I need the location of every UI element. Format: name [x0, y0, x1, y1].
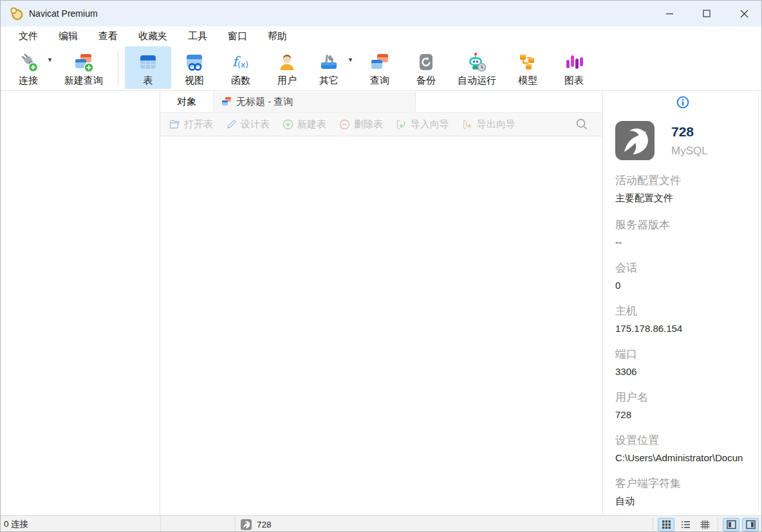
connection-summary: 728 MySQL	[615, 121, 762, 160]
status-separator	[653, 518, 653, 530]
maximize-button[interactable]	[688, 1, 725, 26]
model-button[interactable]: 模型	[505, 46, 551, 89]
export-wizard-label: 导出向导	[477, 118, 516, 131]
object-list-area[interactable]	[160, 136, 602, 515]
menu-favorites[interactable]: 收藏夹	[128, 28, 178, 45]
tab-untitled-query-label: 无标题 - 查询	[236, 96, 293, 108]
right-panel-divider	[758, 93, 759, 510]
main-pane: 对象 无标题 - 查询	[160, 91, 602, 515]
delete-table-label: 删除表	[354, 118, 383, 131]
others-dropdown-caret[interactable]: ▼	[348, 53, 357, 66]
window-title: Navicat Premium	[29, 8, 98, 19]
view-toggles	[649, 516, 762, 532]
detail-port: 端口 3306	[615, 347, 762, 377]
detail-value: 175.178.86.154	[615, 323, 762, 334]
menu-window[interactable]: 窗口	[218, 28, 257, 45]
tab-untitled-query[interactable]: 无标题 - 查询	[213, 91, 416, 112]
design-table-button[interactable]: 设计表	[226, 118, 270, 131]
automation-icon	[467, 52, 487, 73]
automation-button[interactable]: 自动运行	[449, 46, 505, 89]
panel-left-icon	[727, 520, 736, 529]
others-button[interactable]: 其它	[310, 46, 348, 89]
automation-label: 自动运行	[458, 75, 496, 87]
functions-button[interactable]: f (x) 函数	[218, 46, 264, 89]
others-icon	[319, 52, 339, 73]
detail-settings-location: 设置位置 C:\Users\Administrator\Docun	[615, 433, 762, 463]
menu-tools[interactable]: 工具	[178, 28, 218, 45]
connections-sidebar[interactable]	[1, 91, 160, 515]
list-view-icon	[681, 520, 691, 529]
views-button[interactable]: 视图	[171, 46, 218, 89]
connection-button[interactable]: 连接	[10, 46, 47, 89]
backup-button[interactable]: 备份	[403, 46, 449, 89]
tab-objects[interactable]: 对象	[160, 91, 213, 112]
work-area: 对象 无标题 - 查询	[1, 91, 762, 515]
function-icon: f (x)	[230, 52, 251, 73]
toggle-right-panel-button[interactable]	[742, 518, 759, 531]
search-icon[interactable]	[575, 118, 588, 131]
menu-view[interactable]: 查看	[88, 28, 128, 45]
new-table-label: 新建表	[297, 118, 326, 131]
open-table-label: 打开表	[184, 118, 213, 131]
detail-username: 用户名 728	[615, 390, 762, 420]
info-icon[interactable]	[676, 96, 689, 109]
delete-table-icon	[339, 119, 350, 130]
status-bar: 0 连接 728	[1, 515, 762, 532]
menu-edit[interactable]: 编辑	[48, 28, 88, 45]
menu-help[interactable]: 帮助	[257, 28, 297, 45]
users-button[interactable]: 用户	[264, 46, 310, 89]
main-toolbar: 连接 ▼ 新建查询	[1, 46, 762, 91]
connection-dropdown-caret[interactable]: ▼	[47, 53, 56, 66]
tools-group: 查询 备份	[357, 46, 597, 90]
list-view-button[interactable]	[677, 518, 694, 531]
functions-label: 函数	[231, 75, 250, 87]
object-type-group: 表 视图 f (x) 函数	[125, 46, 348, 90]
toolbar-separator	[118, 51, 118, 85]
mysql-logo-icon	[615, 121, 655, 160]
import-wizard-icon	[396, 119, 407, 130]
info-panel: 728 MySQL 活动配置文件 主要配置文件 服务器版本 -- 会话 0 主机…	[602, 91, 762, 515]
grid-view-button[interactable]	[658, 518, 674, 531]
connection-label: 连接	[19, 75, 38, 87]
panel-right-icon	[746, 520, 756, 529]
detail-value: --	[615, 237, 762, 248]
tables-button[interactable]: 表	[125, 46, 171, 89]
detail-active-profile: 活动配置文件 主要配置文件	[615, 173, 762, 205]
query-icon	[369, 52, 390, 73]
export-wizard-icon	[462, 119, 473, 130]
db-type: MySQL	[671, 145, 708, 158]
titlebar: Navicat Premium	[1, 1, 762, 26]
query-button[interactable]: 查询	[357, 46, 403, 89]
charts-icon	[564, 52, 584, 73]
open-table-icon	[169, 119, 180, 130]
view-icon	[184, 52, 205, 73]
table-icon	[138, 52, 158, 73]
detail-view-button[interactable]	[696, 518, 713, 531]
backup-label: 备份	[416, 75, 436, 87]
minimize-button[interactable]	[651, 1, 688, 26]
detail-label: 用户名	[615, 390, 762, 405]
navicat-logo-icon	[9, 6, 23, 21]
toggle-left-panel-button[interactable]	[723, 518, 739, 531]
grid-view-icon	[662, 520, 671, 529]
detail-value: C:\Users\Administrator\Docun	[615, 452, 762, 463]
open-table-button[interactable]: 打开表	[169, 118, 213, 131]
views-label: 视图	[185, 75, 204, 87]
query-tab-icon	[221, 96, 232, 107]
export-wizard-button[interactable]: 导出向导	[462, 118, 516, 131]
charts-button[interactable]: 图表	[551, 46, 597, 89]
close-button[interactable]	[725, 1, 762, 26]
svg-text:(x): (x)	[237, 60, 248, 69]
menu-file[interactable]: 文件	[8, 28, 48, 45]
query-label: 查询	[370, 75, 389, 87]
new-query-button[interactable]: 新建查询	[56, 46, 111, 89]
menubar: 文件 编辑 查看 收藏夹 工具 窗口 帮助	[1, 26, 762, 46]
detail-label: 端口	[615, 347, 762, 362]
import-wizard-button[interactable]: 导入向导	[396, 118, 449, 131]
new-query-label: 新建查询	[64, 75, 103, 87]
detail-label: 设置位置	[615, 433, 762, 448]
new-table-button[interactable]: 新建表	[283, 118, 326, 131]
mysql-mini-icon	[241, 519, 252, 530]
charts-label: 图表	[564, 75, 584, 87]
delete-table-button[interactable]: 删除表	[339, 118, 383, 131]
